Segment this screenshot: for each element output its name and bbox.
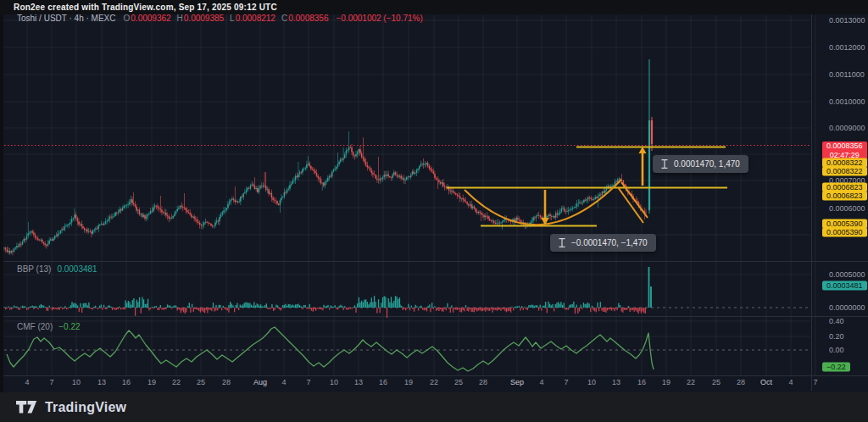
bbp-bar	[169, 305, 170, 308]
candle-body	[198, 222, 198, 223]
bbp-bar	[156, 306, 157, 308]
bbp-bar	[297, 304, 298, 308]
bbp-bar	[457, 308, 458, 310]
bbp-bar	[326, 306, 327, 308]
bbp-bar	[91, 308, 92, 309]
candle-body	[178, 208, 179, 209]
bbp-bar	[389, 303, 390, 308]
candle-body	[288, 189, 289, 190]
candle-wick	[612, 184, 613, 187]
chart-plot-canvas[interactable]	[0, 0, 868, 422]
bbp-bar	[519, 306, 520, 308]
symbol-title[interactable]: Toshi / USDT · 4h · MEXC	[17, 14, 116, 23]
bbp-bar	[483, 308, 484, 310]
candle-wick	[171, 214, 172, 219]
bbp-bar	[504, 308, 504, 309]
bbp-bar	[83, 303, 84, 308]
bbp-bar	[204, 308, 205, 313]
candle-wick	[563, 205, 564, 210]
candle-body	[450, 191, 451, 192]
candle-body	[317, 176, 318, 178]
bbp-bar	[385, 297, 386, 308]
measure-tooltip-up[interactable]: 0.0001470, 1,470	[653, 155, 748, 173]
measure-tooltip-down[interactable]: −0.0001470, −1,470	[550, 234, 656, 252]
bbp-bar	[317, 308, 318, 308]
bbp-bar	[374, 296, 375, 308]
candle-wick	[252, 181, 253, 186]
candle-body	[417, 169, 418, 169]
candle-body	[80, 224, 81, 225]
candle-body	[453, 191, 453, 192]
candle-body	[265, 186, 266, 190]
candle-body	[225, 210, 225, 211]
candle-wick	[216, 217, 217, 224]
bbp-bar	[333, 307, 334, 308]
bbp-bar	[621, 308, 622, 312]
bbp-bar	[620, 305, 620, 308]
candle-body	[143, 215, 144, 217]
bbp-bar	[186, 308, 186, 312]
bbp-bar	[498, 308, 498, 310]
bbp-bar	[355, 308, 356, 313]
candle-body	[446, 187, 447, 188]
bbp-bar	[370, 303, 370, 308]
candle-body	[75, 214, 76, 218]
bbp-bar	[642, 308, 643, 312]
candle-body	[36, 238, 36, 239]
cmf-pane-label[interactable]: CMF (20) −0.22	[17, 322, 81, 331]
candle-wick	[403, 175, 403, 180]
price-axis-label: 0.0013000	[829, 16, 865, 25]
bbp-bar	[548, 302, 548, 308]
bbp-bar	[376, 302, 376, 308]
bbp-bar	[298, 304, 298, 308]
bbp-bar	[99, 306, 100, 308]
candle-body	[63, 229, 64, 230]
bbp-bar	[14, 306, 14, 308]
symbol-info-row[interactable]: Toshi / USDT · 4h · MEXC O0.0009362H0.00…	[17, 14, 423, 23]
bbp-bar	[187, 306, 188, 308]
candle-body	[297, 176, 298, 177]
bbp-bar	[211, 308, 212, 311]
candle-body	[532, 218, 533, 221]
handle-trendline-1[interactable]	[618, 187, 643, 223]
candle-body	[5, 247, 6, 249]
candle-wick	[381, 178, 382, 182]
candle-wick	[535, 216, 536, 221]
bbp-bar	[240, 304, 241, 308]
bbp-bar	[108, 306, 108, 308]
bbp-bar	[77, 305, 78, 308]
candle-body	[146, 217, 147, 219]
candle-wick	[312, 167, 313, 170]
bbp-bar	[418, 308, 419, 311]
candle-body	[551, 216, 552, 217]
bbp-bar	[24, 306, 25, 308]
bbp-bar	[526, 308, 526, 309]
candle-body	[169, 216, 170, 219]
bbp-bar	[87, 305, 88, 308]
bbp-bar	[527, 308, 528, 310]
candle-wick	[495, 220, 496, 225]
candle-wick	[159, 206, 159, 213]
bbp-bar	[524, 307, 525, 308]
bbp-bar	[214, 308, 215, 312]
bbp-bar	[39, 306, 40, 308]
candle-body	[47, 244, 48, 246]
bbp-bar	[579, 308, 580, 311]
bbp-bar	[159, 308, 159, 310]
candle-wick	[571, 206, 572, 210]
candle-wick	[374, 170, 375, 175]
candle-body	[464, 199, 465, 201]
bbp-pane-label[interactable]: BBP (13) 0.0003481	[17, 264, 97, 274]
bbp-bar	[531, 305, 532, 308]
candle-body	[357, 153, 358, 154]
candle-body	[229, 202, 230, 203]
bbp-bar	[485, 308, 486, 312]
candle-body	[268, 189, 269, 194]
candle-wick	[369, 165, 370, 169]
candle-body	[602, 192, 603, 195]
bbp-bar	[613, 308, 614, 309]
candle-body	[20, 244, 21, 245]
bbp-bar	[28, 308, 29, 309]
candle-body	[476, 212, 477, 214]
bbp-bar	[185, 308, 186, 314]
